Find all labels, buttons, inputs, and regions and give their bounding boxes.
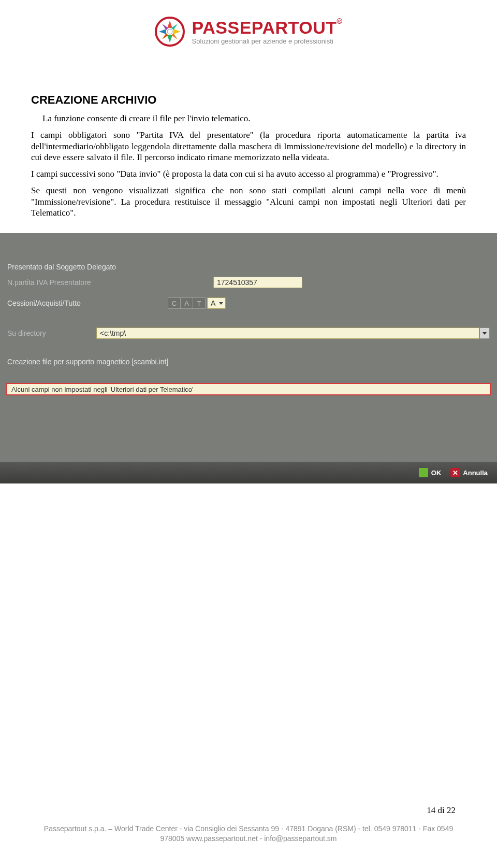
paragraph: I campi successivi sono "Data invio" (è … xyxy=(31,168,466,180)
section-heading: CREAZIONE ARCHIVIO xyxy=(31,93,466,107)
iva-label: N.partita IVA Presentatore xyxy=(7,278,213,287)
footer-line-2: 978005 www.passepartout.net - info@passe… xyxy=(0,834,497,844)
passepartout-icon xyxy=(155,17,185,47)
section-body: La funzione consente di creare il file p… xyxy=(31,113,466,219)
footer-line-1: Passepartout s.p.a. – World Trade Center… xyxy=(0,824,497,834)
creazione-row: Creazione file per supporto magnetico [s… xyxy=(0,355,497,368)
paragraph: I campi obbligatori sono "Partita IVA de… xyxy=(31,130,466,163)
directory-dropdown-icon[interactable] xyxy=(479,328,490,339)
ok-label: OK xyxy=(431,469,442,477)
error-message-bar: Alcuni campi non impostati negli 'Ulteri… xyxy=(6,383,491,395)
document-footer: Passepartout s.p.a. – World Trade Center… xyxy=(0,824,497,844)
annulla-button[interactable]: ✕ Annulla xyxy=(448,465,492,480)
error-message-text: Alcuni campi non impostati negli 'Ulteri… xyxy=(11,386,194,393)
app-screenshot: Presentato dal Soggetto Delegato N.parti… xyxy=(0,233,497,483)
close-icon: ✕ xyxy=(450,468,460,477)
cat-select[interactable]: A xyxy=(207,297,226,309)
ok-icon xyxy=(419,468,428,477)
ok-button[interactable]: OK xyxy=(417,465,446,480)
paragraph: Se questi non vengono visualizzati signi… xyxy=(31,185,466,219)
iva-row: N.partita IVA Presentatore xyxy=(0,275,497,290)
directory-row: Su directory xyxy=(0,326,497,340)
annulla-label: Annulla xyxy=(463,469,488,477)
creazione-label: Creazione file per supporto magnetico [s… xyxy=(7,358,168,366)
presentato-row: Presentato dal Soggetto Delegato xyxy=(0,260,497,274)
presentato-label: Presentato dal Soggetto Delegato xyxy=(7,263,116,271)
directory-input[interactable] xyxy=(96,328,479,339)
cat-option-a[interactable]: A xyxy=(180,297,193,309)
cessioni-row: Cessioni/Acquisti/Tutto C A T A xyxy=(0,296,497,310)
cat-option-t[interactable]: T xyxy=(193,297,206,309)
logo-tagline: Soluzioni gestionali per aziende e profe… xyxy=(192,38,343,45)
logo-wordmark: PASSEPARTOUT® xyxy=(192,19,343,36)
svg-point-1 xyxy=(167,29,172,34)
cat-select-value: A xyxy=(211,299,215,307)
cat-option-c[interactable]: C xyxy=(168,297,181,309)
cessioni-label: Cessioni/Acquisti/Tutto xyxy=(7,299,168,307)
directory-label: Su directory xyxy=(7,329,96,337)
iva-input[interactable] xyxy=(213,277,302,288)
page-number: 14 di 22 xyxy=(427,805,456,816)
screenshot-footer: OK ✕ Annulla xyxy=(0,462,497,483)
brand-logo: PASSEPARTOUT® Soluzioni gestionali per a… xyxy=(31,17,466,47)
paragraph: La funzione consente di creare il file p… xyxy=(31,113,466,124)
